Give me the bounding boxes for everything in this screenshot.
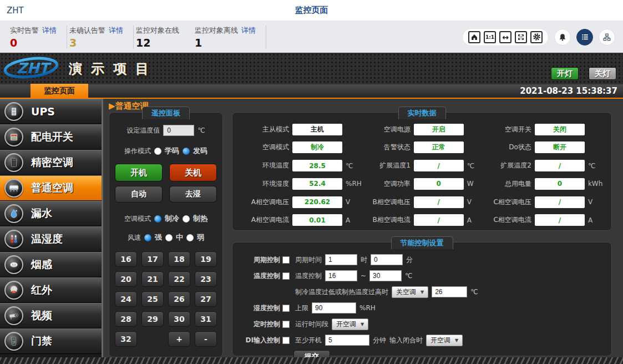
sidebar-item-video[interactable]: 视频	[0, 303, 102, 328]
sidebar-item-access-control[interactable]: 门禁	[0, 328, 102, 354]
tab-strip: 监控页面 2021-08-23 15:38:37	[0, 84, 623, 99]
temp-control-label: 温度控制	[240, 271, 280, 281]
di-control-checkbox[interactable]	[282, 337, 290, 344]
cycle-minute-input[interactable]	[371, 254, 403, 265]
set-temp-input[interactable]	[163, 125, 194, 136]
humidity-limit-input[interactable]	[312, 302, 356, 314]
sidebar-item-water-leak[interactable]: 漏水	[0, 201, 102, 226]
numpad-button[interactable]: 19	[195, 251, 217, 267]
humidity-control-label: 湿度控制	[240, 304, 280, 313]
sidebar-item-infrared[interactable]: 红外	[0, 277, 102, 303]
water-drop-icon	[4, 204, 23, 223]
field-label: A相空调电流	[240, 215, 289, 225]
di-action-value: 开空调	[430, 336, 450, 345]
radio-send-code[interactable]	[183, 148, 190, 155]
light-off-button[interactable]: 关灯	[589, 67, 616, 80]
cycle-time-label: 周期时间	[295, 255, 322, 265]
realtime-field: Do状态 断开	[483, 141, 604, 154]
numpad-button[interactable]: 28	[115, 311, 137, 327]
access-control-icon	[4, 332, 23, 351]
numpad-button[interactable]: 25	[141, 291, 164, 307]
humidity-control-checkbox[interactable]	[282, 305, 290, 312]
sidebar-item-smoke[interactable]: 烟感	[0, 252, 102, 277]
sidebar-item-ups[interactable]: UPS	[0, 99, 102, 124]
bell-icon[interactable]	[554, 29, 571, 46]
submit-button[interactable]: 提交	[293, 350, 330, 363]
timer-control-label: 定时控制	[240, 320, 280, 329]
numpad-button[interactable]: 30	[168, 311, 190, 327]
numpad-button[interactable]: 32	[115, 331, 137, 347]
temp-unit: ℃	[405, 272, 412, 280]
numpad-button[interactable]: 27	[195, 291, 217, 307]
one-to-one-icon[interactable]: 1:1	[484, 31, 496, 43]
numpad-button[interactable]: -	[195, 331, 217, 347]
timer-action-select[interactable]: 开空调 ▼	[332, 318, 368, 330]
tab-monitor-page[interactable]: 监控页面	[31, 84, 88, 98]
numpad-button[interactable]: 17	[141, 251, 164, 267]
radio-fan-high[interactable]	[144, 234, 151, 241]
list-icon[interactable]	[576, 29, 593, 46]
overtemp-action-select[interactable]: 关空调 ▼	[392, 286, 428, 298]
sidebar-item-temp-humidity[interactable]: 温湿度	[0, 226, 102, 252]
field-label: 主从模式	[240, 125, 289, 134]
overtemp-value-input[interactable]	[432, 286, 467, 297]
stat-item: 未确认告警 详情 3	[67, 26, 134, 49]
temp-min-input[interactable]	[325, 270, 357, 281]
realtime-field: C相空调电压 / V	[483, 195, 604, 209]
di-control-row: DI输入控制 至少开机 分钟 输入闭合时 开空调 ▼	[240, 334, 604, 346]
sidebar-item-label: 精密空调	[31, 155, 73, 170]
numpad-button[interactable]: 23	[195, 271, 217, 287]
auto-button[interactable]: 自动	[115, 186, 163, 203]
radio-fan-low-label: 弱	[197, 232, 204, 242]
numpad-button[interactable]: 20	[115, 271, 137, 287]
sidebar-item-ordinary-ac[interactable]: 普通空调	[0, 175, 102, 201]
numpad-button[interactable]: 26	[168, 291, 190, 307]
dehumidify-button[interactable]: 去湿	[169, 186, 217, 203]
temp-max-input[interactable]	[369, 270, 402, 281]
temp-control-checkbox[interactable]	[282, 272, 290, 280]
radio-heating[interactable]	[183, 215, 190, 223]
tilde: ~	[361, 272, 366, 280]
stat-item: 监控对象在线 12	[134, 26, 193, 49]
stat-detail-link[interactable]: 详情	[42, 26, 57, 36]
field-unit: ℃	[346, 162, 353, 170]
numpad-button[interactable]: 21	[141, 271, 164, 287]
light-on-button[interactable]: 开灯	[551, 67, 579, 80]
field-label: C相空调电压	[483, 198, 531, 207]
radio-cooling-label: 制冷	[165, 214, 179, 224]
power-on-button[interactable]: 开机	[115, 164, 163, 181]
thermometer-icon	[4, 230, 23, 249]
sidebar-item-power-switch[interactable]: 配电开关	[0, 124, 102, 150]
stat-detail-link[interactable]: 详情	[109, 26, 123, 36]
radio-cooling[interactable]	[154, 215, 161, 223]
numpad-button[interactable]: 16	[115, 251, 137, 267]
stats-bar: 实时告警 详情 0 未确认告警 详情 3 监控对象在线 12	[0, 21, 623, 53]
sidebar-item-label: 温湿度	[31, 232, 63, 246]
numpad-button[interactable]: 29	[141, 311, 164, 327]
sidebar-item-precision-ac[interactable]: 精密空调	[0, 150, 102, 175]
field-value: 主机	[292, 124, 342, 135]
numpad-button[interactable]: 18	[168, 251, 190, 267]
stat-detail-link[interactable]: 详情	[241, 26, 256, 36]
radio-fan-mid[interactable]	[165, 234, 173, 241]
numpad-button[interactable]: 22	[168, 271, 190, 287]
gear-icon[interactable]	[530, 31, 543, 43]
timer-control-checkbox[interactable]	[282, 321, 290, 328]
sitemap-icon[interactable]	[599, 29, 615, 46]
min-on-input[interactable]	[325, 335, 369, 346]
radio-fan-low[interactable]	[186, 234, 194, 241]
power-off-button[interactable]: 关机	[169, 164, 217, 181]
fullscreen-icon[interactable]	[515, 31, 527, 43]
temp-control-row: 温度控制 温度控制 ~ ℃	[240, 270, 604, 282]
di-action-select[interactable]: 开空调 ▼	[426, 335, 463, 346]
fit-width-icon[interactable]: ↔	[499, 31, 511, 43]
numpad-button[interactable]: +	[168, 331, 190, 347]
min-on-label: 至少开机	[295, 336, 322, 345]
numpad-button[interactable]: 31	[195, 311, 217, 327]
numpad-button[interactable]: 24	[115, 291, 137, 307]
radio-learn-code[interactable]	[154, 148, 161, 155]
timer-period-label: 运行时间段	[295, 320, 328, 329]
cycle-hour-input[interactable]	[325, 254, 357, 265]
home-icon[interactable]	[468, 31, 480, 43]
cycle-control-checkbox[interactable]	[282, 256, 290, 264]
